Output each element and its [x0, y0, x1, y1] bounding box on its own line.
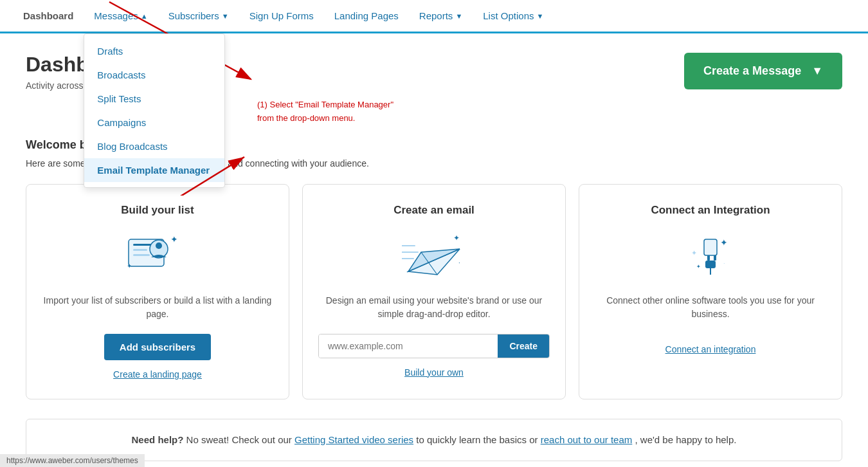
- svg-rect-21: [707, 255, 710, 261]
- svg-text:✦: ✦: [170, 234, 178, 244]
- card-connect-integration: Connect an Integration ✦ ✦ · ✦ Conne: [579, 184, 842, 399]
- email-url-input-row: Create: [318, 334, 550, 358]
- messages-chevron-icon: ▲: [141, 12, 148, 20]
- svg-rect-22: [714, 255, 716, 261]
- dropdown-item-blog-broadcasts[interactable]: Blog Broadcasts: [84, 134, 224, 158]
- nav-reports[interactable]: Reports ▼: [409, 0, 473, 33]
- annotation-text: (1) Select "Email Template Manager" from…: [257, 98, 842, 125]
- svg-text:✦: ✦: [453, 234, 460, 243]
- messages-dropdown-wrapper: Messages ▲ Drafts Broadcasts Split Tests…: [84, 0, 158, 32]
- nav-signup-forms[interactable]: Sign Up Forms: [239, 0, 324, 33]
- create-from-url-button[interactable]: Create: [498, 334, 549, 358]
- help-text3: , we'd be happy to help.: [635, 434, 736, 445]
- messages-dropdown-menu: Drafts Broadcasts Split Tests Campaigns …: [84, 33, 225, 188]
- create-message-chevron-icon: ▼: [811, 64, 823, 78]
- dropdown-item-broadcasts[interactable]: Broadcasts: [84, 63, 224, 87]
- nav-dashboard[interactable]: Dashboard: [13, 0, 84, 33]
- create-landing-page-link[interactable]: Create a landing page: [42, 369, 273, 380]
- svg-text:✦: ✦: [720, 237, 728, 248]
- card-connect-integration-desc: Connect other online software tools you …: [595, 294, 826, 321]
- reports-chevron-icon: ▼: [455, 12, 462, 20]
- create-message-button[interactable]: Create a Message ▼: [684, 53, 842, 89]
- nav-messages[interactable]: Messages ▲: [84, 0, 158, 33]
- card-build-list-title: Build your list: [42, 204, 273, 217]
- card-connect-integration-icon: ✦ ✦ · ✦: [595, 230, 826, 281]
- nav-landing-pages[interactable]: Landing Pages: [324, 0, 409, 33]
- svg-text:✦: ✦: [696, 264, 701, 270]
- card-connect-integration-title: Connect an Integration: [595, 204, 826, 217]
- nav-list-options[interactable]: List Options ▼: [473, 0, 554, 33]
- svg-rect-6: [133, 249, 147, 251]
- dropdown-item-campaigns[interactable]: Campaigns: [84, 111, 224, 134]
- navbar: Dashboard Messages ▲ Drafts Broadcasts S…: [0, 0, 868, 33]
- card-create-email: Create an email ✦ · Design an email usin…: [302, 184, 566, 399]
- svg-text:·: ·: [458, 259, 460, 266]
- help-bold-text: Need help?: [132, 434, 184, 445]
- card-create-email-title: Create an email: [318, 204, 550, 217]
- svg-text:✦: ✦: [127, 262, 132, 270]
- card-create-email-desc: Design an email using your website's bra…: [318, 294, 550, 321]
- card-create-email-icon: ✦ ·: [318, 230, 550, 281]
- dropdown-item-drafts[interactable]: Drafts: [84, 39, 224, 63]
- svg-rect-23: [705, 261, 716, 268]
- help-text1: No sweat! Check out our: [186, 434, 294, 445]
- svg-text:·: ·: [723, 260, 725, 266]
- card-build-list-icon: ✦ ✦: [42, 230, 273, 281]
- svg-rect-5: [133, 244, 152, 246]
- svg-rect-7: [133, 254, 150, 256]
- nav-subscribers[interactable]: Subscribers ▼: [158, 0, 239, 33]
- help-text2: to quickly learn the basics or: [416, 434, 540, 445]
- add-subscribers-button[interactable]: Add subscribers: [104, 334, 211, 360]
- help-bar: Need help? No sweat! Check out our Getti…: [26, 419, 842, 461]
- dropdown-item-email-template-manager[interactable]: Email Template Manager: [84, 158, 224, 182]
- statusbar: https://www.aweber.com/users/themes: [0, 454, 145, 467]
- reach-out-link[interactable]: reach out to our team: [541, 434, 633, 445]
- build-your-own-link[interactable]: Build your own: [318, 367, 550, 378]
- website-url-input[interactable]: [319, 334, 498, 358]
- svg-rect-20: [704, 239, 717, 255]
- connect-integration-link[interactable]: Connect an integration: [665, 344, 756, 354]
- svg-point-9: [156, 243, 162, 249]
- list-options-chevron-icon: ▼: [536, 12, 543, 20]
- card-build-list-desc: Import your list of subscribers or build…: [42, 294, 273, 321]
- subscribers-chevron-icon: ▼: [222, 12, 229, 20]
- getting-started-link[interactable]: Getting Started video series: [294, 434, 413, 445]
- svg-text:✦: ✦: [691, 249, 697, 257]
- card-build-list: Build your list ✦ ✦ Import your list of …: [26, 184, 289, 399]
- cards-row: Build your list ✦ ✦ Import your list of …: [26, 184, 842, 399]
- dropdown-item-split-tests[interactable]: Split Tests: [84, 87, 224, 111]
